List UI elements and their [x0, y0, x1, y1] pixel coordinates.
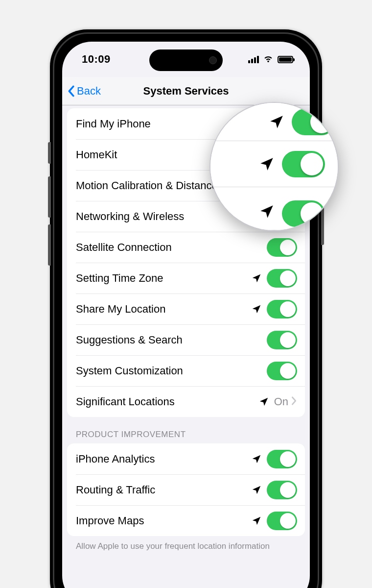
status-time: 10:09 — [82, 53, 111, 66]
row-routing-traffic: Routing & Traffic — [76, 474, 305, 505]
magnified-toggle — [282, 151, 325, 177]
toggle-iphone-analytics[interactable] — [267, 450, 297, 468]
magnifier-callout — [210, 103, 338, 230]
location-arrow-icon — [251, 515, 262, 526]
settings-group-2: iPhone Analytics Routing & Traffic Impro… — [67, 443, 305, 536]
row-label: Improve Maps — [76, 514, 251, 527]
row-label: Routing & Traffic — [76, 484, 251, 496]
location-arrow-icon — [258, 203, 275, 220]
row-label: Significant Locations — [76, 395, 258, 408]
location-arrow-icon — [251, 485, 262, 495]
row-label: Satellite Connection — [76, 241, 267, 254]
location-arrow-icon — [258, 156, 275, 172]
wifi-icon — [263, 54, 274, 64]
nav-bar: Back System Services — [62, 77, 310, 105]
toggle-satellite-connection[interactable] — [267, 238, 297, 257]
row-iphone-analytics: iPhone Analytics — [67, 443, 305, 474]
toggle-routing-traffic[interactable] — [267, 481, 297, 499]
row-suggestions-search: Suggestions & Search — [76, 324, 305, 355]
location-arrow-icon — [251, 304, 262, 315]
section-header-product-improvement: PRODUCT IMPROVEMENT — [67, 417, 305, 443]
toggle-suggestions-search[interactable] — [267, 331, 297, 349]
battery-icon — [278, 56, 293, 63]
row-share-my-location: Share My Location — [76, 294, 305, 324]
cellular-icon — [248, 55, 259, 63]
toggle-system-customization[interactable] — [267, 362, 297, 380]
row-label: Share My Location — [76, 303, 251, 316]
location-arrow-icon — [251, 454, 262, 465]
row-label: Setting Time Zone — [76, 272, 251, 285]
row-label: System Customization — [76, 365, 267, 377]
chevron-right-icon — [291, 395, 297, 408]
row-significant-locations[interactable]: Significant Locations On — [76, 386, 305, 417]
toggle-setting-time-zone[interactable] — [267, 269, 297, 288]
section-footer: Allow Apple to use your frequent locatio… — [67, 536, 305, 552]
row-improve-maps: Improve Maps — [76, 505, 305, 536]
toggle-improve-maps[interactable] — [267, 512, 297, 530]
row-label: Suggestions & Search — [76, 334, 267, 346]
row-detail: On — [274, 395, 288, 408]
back-label: Back — [77, 85, 101, 98]
row-system-customization: System Customization — [76, 355, 305, 386]
toggle-share-my-location[interactable] — [267, 300, 297, 318]
row-setting-time-zone: Setting Time Zone — [76, 263, 305, 294]
location-arrow-icon — [251, 273, 262, 284]
row-satellite-connection: Satellite Connection — [76, 232, 305, 263]
status-bar: 10:09 — [62, 42, 310, 77]
location-arrow-icon — [258, 396, 269, 407]
row-label: iPhone Analytics — [76, 453, 251, 466]
location-arrow-icon — [268, 114, 285, 130]
back-button[interactable]: Back — [67, 85, 101, 98]
